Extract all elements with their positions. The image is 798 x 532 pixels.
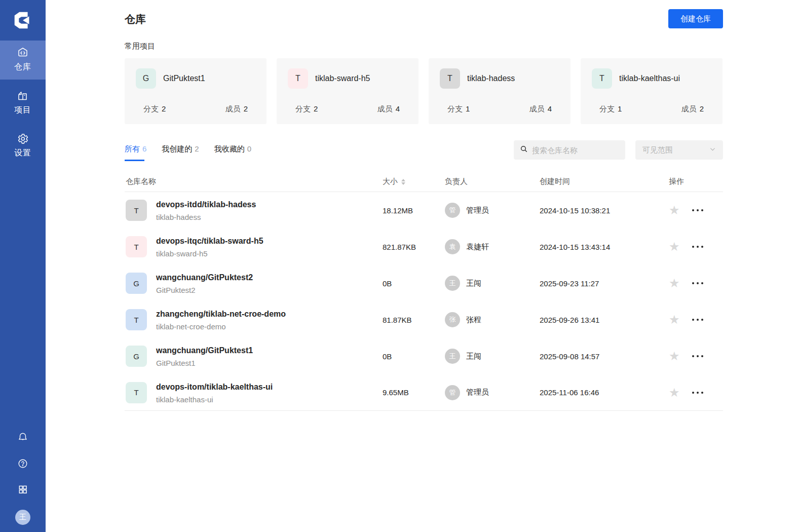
table-header: 仓库名称 大小 负责人 创建时间 操作	[125, 172, 723, 192]
owner-avatar: 王	[445, 276, 460, 291]
repo-size: 821.87KB	[383, 243, 445, 251]
repo-search[interactable]	[514, 140, 625, 160]
repo-name-link[interactable]: zhangcheng/tiklab-net-croe-demo	[156, 309, 286, 319]
tab-starred-by-me[interactable]: 我收藏的0	[214, 144, 251, 161]
sort-icon[interactable]	[401, 179, 405, 185]
notifications-bell-icon[interactable]	[17, 432, 28, 445]
page-title: 仓库	[125, 12, 723, 26]
table-row: T devops-itom/tiklab-kaelthas-ui tiklab-…	[125, 374, 723, 411]
more-actions-icon[interactable]	[692, 319, 703, 321]
repo-avatar: T	[126, 200, 147, 221]
owner-name: 袁婕轩	[466, 242, 489, 252]
repo-subtitle: tiklab-net-croe-demo	[156, 322, 286, 331]
favorite-project-cards: G GitPuktest1 分支2 成员2 T tiklab-sward-h5 …	[125, 58, 723, 124]
more-actions-icon[interactable]	[692, 209, 703, 211]
sidebar-item-label: 仓库	[14, 62, 31, 72]
table-row: G wangchuang/GitPuktest2 GitPuktest2 0B …	[125, 265, 723, 301]
owner-avatar: 袁	[445, 239, 460, 254]
search-input[interactable]	[532, 146, 613, 155]
star-icon[interactable]: ★	[669, 241, 680, 253]
page-header: 仓库 创建仓库	[125, 12, 723, 35]
gear-icon	[17, 133, 29, 145]
member-stat: 成员4	[529, 104, 552, 114]
sidebar-nav: 仓库 项目 设置	[0, 41, 46, 166]
chevron-down-icon	[709, 145, 716, 155]
repo-name-link[interactable]: wangchuang/GitPuktest1	[156, 345, 253, 356]
repo-avatar: T	[126, 309, 147, 330]
repo-subtitle: GitPuktest2	[156, 286, 253, 294]
star-icon[interactable]: ★	[669, 277, 680, 289]
project-name: tiklab-hadess	[467, 74, 515, 83]
branch-stat: 分支2	[295, 104, 318, 114]
created-time: 2025-09-08 14:57	[540, 352, 669, 361]
owner-name: 王闯	[466, 352, 481, 361]
project-name: tiklab-sward-h5	[315, 74, 370, 83]
project-card[interactable]: T tiklab-hadess 分支1 成员4	[429, 58, 571, 124]
repo-size: 0B	[383, 352, 445, 361]
main-content: 仓库 创建仓库 常用项目 G GitPuktest1 分支2 成员2	[46, 0, 798, 532]
repo-name-link[interactable]: wangchuang/GitPuktest2	[156, 272, 253, 283]
app-window: 仓库 项目 设置	[0, 0, 798, 532]
project-card[interactable]: G GitPuktest1 分支2 成员2	[125, 58, 267, 124]
project-card[interactable]: T tiklab-kaelthas-ui 分支1 成员2	[581, 58, 723, 124]
created-time: 2025-09-26 13:41	[540, 316, 669, 324]
table-row: G wangchuang/GitPuktest1 GitPuktest1 0B …	[125, 338, 723, 374]
sidebar-item-repository[interactable]: 仓库	[0, 41, 46, 80]
project-name: GitPuktest1	[163, 74, 205, 83]
help-icon[interactable]	[17, 458, 28, 471]
project-name: tiklab-kaelthas-ui	[619, 74, 680, 83]
project-icon	[17, 90, 29, 102]
repo-size: 81.87KB	[383, 316, 445, 324]
star-icon[interactable]: ★	[669, 204, 680, 216]
star-icon[interactable]: ★	[669, 350, 680, 362]
visibility-filter-select[interactable]: 可见范围	[635, 140, 723, 160]
sidebar-item-project[interactable]: 项目	[0, 84, 46, 123]
project-avatar: T	[440, 68, 460, 89]
table-row: T devops-itdd/tiklab-hadess tiklab-hades…	[125, 192, 723, 229]
gitpuk-logo-icon	[11, 9, 34, 32]
repo-size: 9.65MB	[383, 388, 445, 397]
repo-subtitle: tiklab-kaelthas-ui	[156, 395, 273, 404]
create-repository-button[interactable]: 创建仓库	[668, 9, 723, 28]
sidebar: 仓库 项目 设置	[0, 0, 46, 532]
app-logo[interactable]	[0, 0, 46, 41]
member-stat: 成员4	[377, 104, 400, 114]
repo-name-link[interactable]: devops-itom/tiklab-kaelthas-ui	[156, 382, 273, 392]
repository-icon	[17, 47, 29, 59]
repo-avatar: T	[126, 382, 147, 403]
apps-grid-icon[interactable]	[18, 484, 28, 497]
tab-all[interactable]: 所有6	[125, 144, 146, 161]
user-avatar[interactable]: 王	[15, 510, 30, 525]
owner-name: 王闯	[466, 279, 481, 288]
sidebar-item-label: 项目	[14, 105, 31, 116]
sidebar-item-settings[interactable]: 设置	[0, 127, 46, 166]
member-stat: 成员2	[681, 104, 704, 114]
col-header-name: 仓库名称	[125, 177, 383, 186]
star-icon[interactable]: ★	[669, 314, 680, 326]
more-actions-icon[interactable]	[692, 246, 703, 248]
owner-name: 张程	[466, 315, 481, 325]
tab-created-by-me[interactable]: 我创建的2	[162, 144, 199, 161]
created-time: 2025-09-23 11:27	[540, 279, 669, 288]
repo-size: 18.12MB	[383, 206, 445, 215]
project-avatar: T	[288, 68, 308, 89]
branch-stat: 分支1	[599, 104, 622, 114]
owner-name: 管理员	[466, 388, 489, 397]
repo-subtitle: tiklab-hadess	[156, 213, 256, 221]
project-avatar: T	[592, 68, 612, 89]
col-header-owner: 负责人	[445, 177, 540, 186]
more-actions-icon[interactable]	[692, 355, 703, 357]
col-header-size[interactable]: 大小	[383, 177, 445, 186]
owner-avatar: 管	[445, 203, 460, 218]
repo-name-link[interactable]: devops-itdd/tiklab-hadess	[156, 199, 256, 210]
more-actions-icon[interactable]	[692, 282, 703, 284]
repo-subtitle: GitPuktest1	[156, 359, 253, 367]
repo-avatar: G	[126, 346, 147, 367]
repo-avatar: T	[126, 236, 147, 257]
repo-name-link[interactable]: devops-itqc/tiklab-sward-h5	[156, 236, 263, 246]
owner-avatar: 张	[445, 312, 460, 327]
branch-stat: 分支2	[143, 104, 166, 114]
more-actions-icon[interactable]	[692, 392, 703, 394]
project-card[interactable]: T tiklab-sward-h5 分支2 成员4	[277, 58, 419, 124]
star-icon[interactable]: ★	[669, 387, 680, 399]
